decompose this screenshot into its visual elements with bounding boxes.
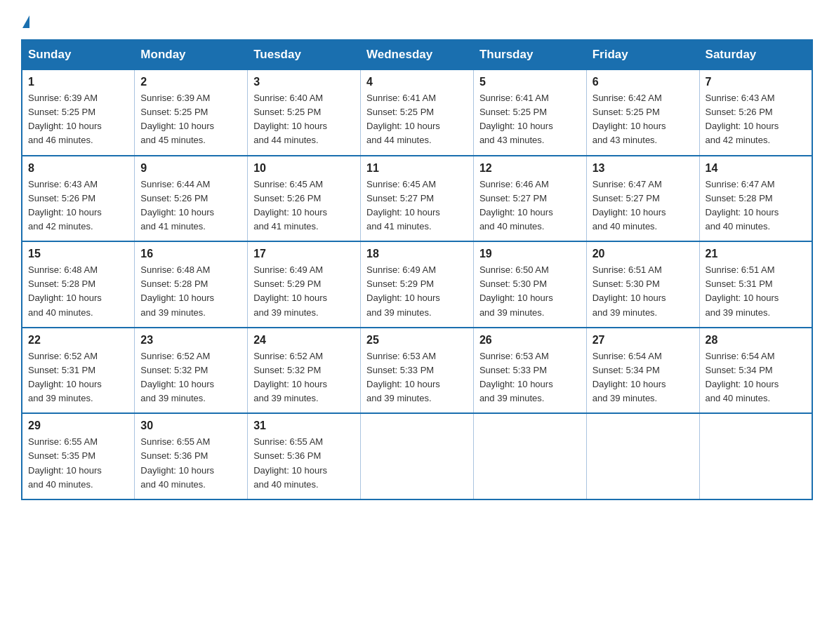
day-info: Sunrise: 6:40 AMSunset: 5:25 PMDaylight:… (253, 91, 355, 148)
calendar-week-row: 8Sunrise: 6:43 AMSunset: 5:26 PMDaylight… (22, 156, 812, 242)
day-number: 16 (140, 248, 241, 260)
calendar-table: SundayMondayTuesdayWednesdayThursdayFrid… (21, 39, 813, 500)
day-info: Sunrise: 6:51 AMSunset: 5:31 PMDaylight:… (706, 263, 806, 320)
calendar-week-row: 1Sunrise: 6:39 AMSunset: 5:25 PMDaylight… (22, 69, 812, 156)
day-info: Sunrise: 6:49 AMSunset: 5:29 PMDaylight:… (366, 263, 468, 320)
day-number: 28 (706, 334, 806, 347)
day-number: 20 (593, 248, 694, 260)
day-number: 31 (253, 420, 355, 432)
day-number: 17 (253, 248, 355, 260)
day-number: 5 (479, 76, 581, 88)
day-info: Sunrise: 6:45 AMSunset: 5:27 PMDaylight:… (366, 177, 468, 234)
day-info: Sunrise: 6:48 AMSunset: 5:28 PMDaylight:… (28, 263, 128, 320)
day-info: Sunrise: 6:52 AMSunset: 5:32 PMDaylight:… (140, 349, 241, 406)
calendar-cell: 5Sunrise: 6:41 AMSunset: 5:25 PMDaylight… (473, 69, 586, 156)
calendar-cell: 7Sunrise: 6:43 AMSunset: 5:26 PMDaylight… (699, 69, 812, 156)
day-info: Sunrise: 6:41 AMSunset: 5:25 PMDaylight:… (479, 91, 581, 148)
calendar-week-row: 15Sunrise: 6:48 AMSunset: 5:28 PMDayligh… (22, 241, 812, 328)
logo-triangle-icon (22, 15, 29, 28)
calendar-cell: 27Sunrise: 6:54 AMSunset: 5:34 PMDayligh… (586, 328, 699, 414)
calendar-cell: 4Sunrise: 6:41 AMSunset: 5:25 PMDaylight… (361, 69, 474, 156)
day-number: 22 (28, 334, 128, 347)
weekday-header-saturday: Saturday (699, 40, 812, 69)
day-number: 10 (253, 162, 355, 175)
day-number: 24 (253, 334, 355, 347)
calendar-cell: 30Sunrise: 6:55 AMSunset: 5:36 PMDayligh… (135, 413, 248, 499)
day-number: 30 (140, 420, 241, 432)
calendar-cell: 13Sunrise: 6:47 AMSunset: 5:27 PMDayligh… (586, 156, 699, 242)
day-info: Sunrise: 6:49 AMSunset: 5:29 PMDaylight:… (253, 263, 355, 320)
day-number: 15 (28, 248, 128, 260)
calendar-cell (473, 413, 586, 499)
calendar-cell (586, 413, 699, 499)
day-number: 7 (706, 76, 806, 88)
calendar-cell: 26Sunrise: 6:53 AMSunset: 5:33 PMDayligh… (473, 328, 586, 414)
calendar-cell: 19Sunrise: 6:50 AMSunset: 5:30 PMDayligh… (473, 241, 586, 328)
calendar-cell: 23Sunrise: 6:52 AMSunset: 5:32 PMDayligh… (135, 328, 248, 414)
day-number: 8 (28, 162, 128, 175)
day-info: Sunrise: 6:55 AMSunset: 5:36 PMDaylight:… (140, 435, 241, 492)
calendar-cell: 12Sunrise: 6:46 AMSunset: 5:27 PMDayligh… (473, 156, 586, 242)
calendar-cell: 9Sunrise: 6:44 AMSunset: 5:26 PMDaylight… (135, 156, 248, 242)
day-number: 1 (28, 76, 128, 88)
calendar-header-row: SundayMondayTuesdayWednesdayThursdayFrid… (22, 40, 812, 69)
day-info: Sunrise: 6:51 AMSunset: 5:30 PMDaylight:… (593, 263, 694, 320)
day-info: Sunrise: 6:55 AMSunset: 5:35 PMDaylight:… (28, 435, 128, 492)
day-info: Sunrise: 6:55 AMSunset: 5:36 PMDaylight:… (253, 435, 355, 492)
day-info: Sunrise: 6:39 AMSunset: 5:25 PMDaylight:… (140, 91, 241, 148)
calendar-cell: 16Sunrise: 6:48 AMSunset: 5:28 PMDayligh… (135, 241, 248, 328)
day-number: 3 (253, 76, 355, 88)
calendar-cell: 18Sunrise: 6:49 AMSunset: 5:29 PMDayligh… (361, 241, 474, 328)
day-number: 6 (593, 76, 694, 88)
calendar-week-row: 29Sunrise: 6:55 AMSunset: 5:35 PMDayligh… (22, 413, 812, 499)
day-number: 13 (593, 162, 694, 175)
day-info: Sunrise: 6:53 AMSunset: 5:33 PMDaylight:… (479, 349, 581, 406)
calendar-week-row: 22Sunrise: 6:52 AMSunset: 5:31 PMDayligh… (22, 328, 812, 414)
day-info: Sunrise: 6:48 AMSunset: 5:28 PMDaylight:… (140, 263, 241, 320)
day-info: Sunrise: 6:45 AMSunset: 5:26 PMDaylight:… (253, 177, 355, 234)
weekday-header-wednesday: Wednesday (361, 40, 474, 69)
day-number: 11 (366, 162, 468, 175)
calendar-cell: 3Sunrise: 6:40 AMSunset: 5:25 PMDaylight… (248, 69, 361, 156)
weekday-header-sunday: Sunday (22, 40, 135, 69)
day-number: 18 (366, 248, 468, 260)
day-info: Sunrise: 6:39 AMSunset: 5:25 PMDaylight:… (28, 91, 128, 148)
day-info: Sunrise: 6:52 AMSunset: 5:32 PMDaylight:… (253, 349, 355, 406)
weekday-header-thursday: Thursday (473, 40, 586, 69)
calendar-cell: 25Sunrise: 6:53 AMSunset: 5:33 PMDayligh… (361, 328, 474, 414)
day-number: 19 (479, 248, 581, 260)
day-info: Sunrise: 6:41 AMSunset: 5:25 PMDaylight:… (366, 91, 468, 148)
day-info: Sunrise: 6:54 AMSunset: 5:34 PMDaylight:… (593, 349, 694, 406)
calendar-cell: 14Sunrise: 6:47 AMSunset: 5:28 PMDayligh… (699, 156, 812, 242)
calendar-cell: 8Sunrise: 6:43 AMSunset: 5:26 PMDaylight… (22, 156, 135, 242)
calendar-cell: 29Sunrise: 6:55 AMSunset: 5:35 PMDayligh… (22, 413, 135, 499)
calendar-cell: 22Sunrise: 6:52 AMSunset: 5:31 PMDayligh… (22, 328, 135, 414)
calendar-cell: 6Sunrise: 6:42 AMSunset: 5:25 PMDaylight… (586, 69, 699, 156)
day-number: 25 (366, 334, 468, 347)
calendar-cell (361, 413, 474, 499)
calendar-cell: 10Sunrise: 6:45 AMSunset: 5:26 PMDayligh… (248, 156, 361, 242)
calendar-cell: 20Sunrise: 6:51 AMSunset: 5:30 PMDayligh… (586, 241, 699, 328)
calendar-cell: 1Sunrise: 6:39 AMSunset: 5:25 PMDaylight… (22, 69, 135, 156)
day-info: Sunrise: 6:44 AMSunset: 5:26 PMDaylight:… (140, 177, 241, 234)
calendar-cell: 21Sunrise: 6:51 AMSunset: 5:31 PMDayligh… (699, 241, 812, 328)
day-number: 21 (706, 248, 806, 260)
day-info: Sunrise: 6:53 AMSunset: 5:33 PMDaylight:… (366, 349, 468, 406)
page-header (21, 14, 813, 27)
day-number: 29 (28, 420, 128, 432)
day-number: 12 (479, 162, 581, 175)
weekday-header-monday: Monday (135, 40, 248, 69)
day-info: Sunrise: 6:42 AMSunset: 5:25 PMDaylight:… (593, 91, 694, 148)
day-number: 23 (140, 334, 241, 347)
day-number: 9 (140, 162, 241, 175)
day-info: Sunrise: 6:47 AMSunset: 5:28 PMDaylight:… (706, 177, 806, 234)
calendar-cell: 31Sunrise: 6:55 AMSunset: 5:36 PMDayligh… (248, 413, 361, 499)
day-info: Sunrise: 6:54 AMSunset: 5:34 PMDaylight:… (706, 349, 806, 406)
weekday-header-friday: Friday (586, 40, 699, 69)
day-info: Sunrise: 6:52 AMSunset: 5:31 PMDaylight:… (28, 349, 128, 406)
day-number: 2 (140, 76, 241, 88)
logo (21, 14, 31, 27)
calendar-cell: 28Sunrise: 6:54 AMSunset: 5:34 PMDayligh… (699, 328, 812, 414)
day-info: Sunrise: 6:47 AMSunset: 5:27 PMDaylight:… (593, 177, 694, 234)
day-number: 27 (593, 334, 694, 347)
